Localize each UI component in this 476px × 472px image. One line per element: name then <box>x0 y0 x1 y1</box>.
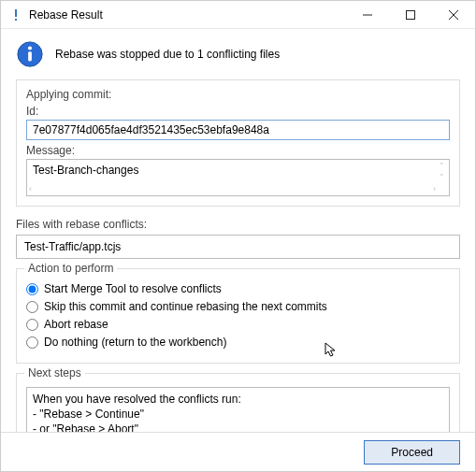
proceed-button[interactable]: Proceed <box>364 440 460 465</box>
rebase-result-window: Rebase Result Rebase was stopped due <box>0 0 476 472</box>
scroll-down-icon[interactable]: ˅ <box>440 173 444 182</box>
window-title: Rebase Result <box>29 8 346 21</box>
commit-message-field[interactable]: Test-Branch-changes ˄ ˅ ‹ › <box>26 159 450 196</box>
action-option-abort[interactable]: Abort rebase <box>26 318 450 331</box>
conflicts-label: Files with rebase conflicts: <box>16 218 460 231</box>
radio-nothing[interactable] <box>26 336 38 349</box>
dialog-content: Rebase was stopped due to 1 conflicting … <box>1 29 475 432</box>
close-button[interactable] <box>432 1 475 28</box>
action-label: Start Merge Tool to resolve conflicts <box>44 282 222 295</box>
maximize-button[interactable] <box>389 1 432 28</box>
radio-merge-tool[interactable] <box>26 283 38 295</box>
vertical-scrollbar[interactable]: ˄ ˅ <box>436 162 447 182</box>
action-option-nothing[interactable]: Do nothing (return to the workbench) <box>26 336 450 349</box>
next-steps-line: - or "Rebase > Abort" <box>33 422 443 432</box>
info-message: Rebase was stopped due to 1 conflicting … <box>55 48 280 61</box>
action-label: Abort rebase <box>44 318 108 331</box>
titlebar: Rebase Result <box>1 1 475 29</box>
info-banner: Rebase was stopped due to 1 conflicting … <box>16 36 460 79</box>
radio-skip[interactable] <box>26 301 38 313</box>
window-controls <box>346 1 475 28</box>
radio-abort[interactable] <box>26 319 38 331</box>
id-label: Id: <box>26 105 450 118</box>
next-steps-label: Next steps <box>24 366 85 379</box>
action-option-skip[interactable]: Skip this commit and continue rebasing t… <box>26 300 450 313</box>
app-icon <box>8 7 23 22</box>
info-icon <box>16 40 44 68</box>
next-steps-text: When you have resolved the conflicts run… <box>26 387 450 432</box>
horizontal-scrollbar[interactable]: ‹ › <box>29 183 436 194</box>
next-steps-line: - "Rebase > Continue" <box>33 407 443 422</box>
action-label: Do nothing (return to the workbench) <box>44 336 226 349</box>
next-steps-line: When you have resolved the conflicts run… <box>33 392 443 407</box>
conflict-files-list[interactable]: Test-Traffic/app.tcjs <box>16 235 460 259</box>
applying-commit-group: Applying commit: Id: Message: Test-Branc… <box>16 79 460 207</box>
scroll-left-icon[interactable]: ‹ <box>29 184 32 193</box>
conflict-file-item[interactable]: Test-Traffic/app.tcjs <box>24 240 121 253</box>
svg-point-7 <box>28 46 32 50</box>
svg-rect-1 <box>15 19 17 21</box>
svg-rect-8 <box>28 51 32 61</box>
action-label: Skip this commit and continue rebasing t… <box>44 300 327 313</box>
next-steps-group: Next steps When you have resolved the co… <box>16 373 460 432</box>
commit-id-field[interactable] <box>26 120 450 140</box>
message-label: Message: <box>26 144 450 157</box>
svg-rect-3 <box>407 10 415 19</box>
applying-commit-label: Applying commit: <box>26 88 450 101</box>
minimize-button[interactable] <box>346 1 389 28</box>
action-group: Action to perform Start Merge Tool to re… <box>16 268 460 364</box>
action-group-label: Action to perform <box>24 262 117 275</box>
dialog-footer: Proceed <box>1 432 475 471</box>
action-option-merge-tool[interactable]: Start Merge Tool to resolve conflicts <box>26 282 450 295</box>
scroll-up-icon[interactable]: ˄ <box>440 162 444 171</box>
scroll-right-icon[interactable]: › <box>433 184 436 193</box>
svg-rect-0 <box>15 9 17 17</box>
